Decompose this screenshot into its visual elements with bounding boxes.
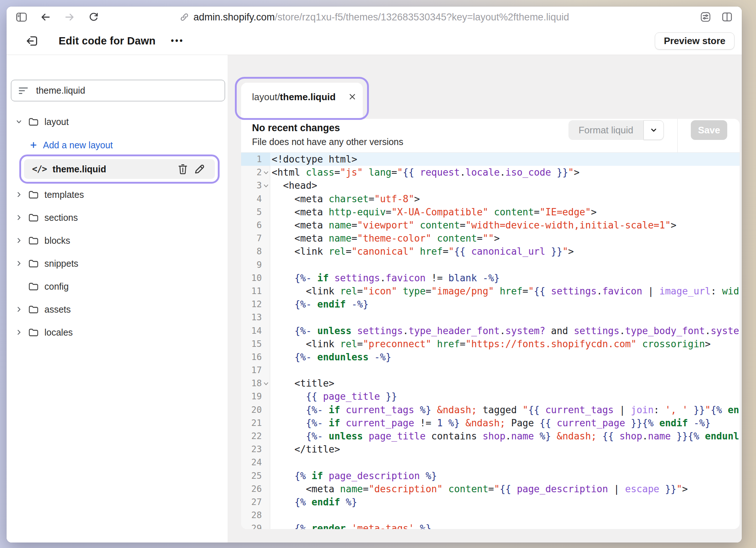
exit-editor-icon[interactable] — [25, 35, 39, 47]
chevron-right-icon[interactable] — [15, 214, 23, 221]
add-new-layout-button[interactable]: Add a new layout — [7, 139, 228, 151]
code-line[interactable]: 5 <meta http-equiv="X-UA-Compatible" con… — [241, 206, 740, 219]
sidebar-item-theme-liquid[interactable]: </>theme.liquid — [24, 159, 215, 179]
filter-icon — [18, 86, 29, 95]
editor-card: No recent changes File does not have any… — [241, 119, 740, 529]
page-title: Edit code for Dawn — [59, 35, 155, 47]
code-line[interactable]: 11 <link rel="icon" type="image/png" hre… — [241, 285, 740, 298]
fold-chevron-icon[interactable] — [263, 184, 269, 188]
fold-chevron-icon[interactable] — [263, 382, 269, 385]
editor-main: layout/theme.liquid No recent changes Fi… — [228, 55, 742, 543]
code-line[interactable]: 22 {%- unless page_title contains shop.n… — [241, 430, 740, 443]
sidebar-item-locales[interactable]: locales — [7, 326, 228, 338]
reload-icon[interactable] — [88, 12, 99, 23]
rename-file-icon[interactable] — [194, 164, 205, 175]
app-header: Edit code for Dawn ••• Preview store — [7, 27, 742, 55]
code-line[interactable]: 1<!doctype html> — [241, 153, 740, 166]
code-line[interactable]: 24 — [241, 456, 740, 469]
code-line[interactable]: 15 <link rel="preconnect" href="https://… — [241, 337, 740, 351]
code-editor[interactable]: 1<!doctype html>2<html class="js" lang="… — [241, 153, 740, 529]
browser-settings-icon[interactable] — [700, 12, 711, 22]
sidebar-item-label: assets — [44, 304, 71, 315]
header-divider — [677, 119, 678, 152]
chevron-right-icon[interactable] — [15, 329, 23, 336]
gutter-line-number: 3 — [241, 179, 270, 192]
folder-icon — [28, 190, 39, 199]
save-button[interactable]: Save — [691, 120, 727, 140]
sidebar-item-snippets[interactable]: snippets — [7, 258, 228, 269]
chevron-right-icon[interactable] — [15, 191, 23, 198]
code-line[interactable]: 20 {%- if current_tags %} &ndash; tagged… — [241, 403, 740, 416]
delete-file-icon[interactable] — [178, 164, 188, 175]
code-line[interactable]: 8 <link rel="canonical" href="{{ canonic… — [241, 245, 740, 258]
folder-icon — [28, 305, 39, 314]
code-line[interactable]: 4 <meta charset="utf-8"> — [241, 192, 740, 206]
plus-icon — [30, 141, 37, 149]
tab-highlight-outline — [235, 77, 369, 120]
code-line[interactable]: 3 <head> — [241, 179, 740, 192]
gutter-line-number: 26 — [241, 482, 270, 496]
gutter-line-number: 16 — [241, 351, 270, 364]
code-line[interactable]: 18 <title> — [241, 377, 740, 390]
sidebar-item-config[interactable]: config — [7, 281, 228, 292]
changes-status-title: No recent changes — [252, 122, 340, 134]
format-liquid-button[interactable]: Format liquid — [568, 120, 664, 140]
code-line[interactable]: 2<html class="js" lang="{{ request.local… — [241, 166, 740, 179]
file-sidebar: layoutAdd a new layout</>theme.liquidtem… — [7, 55, 228, 543]
chevron-right-icon[interactable] — [15, 306, 23, 313]
code-line[interactable]: 6 <meta name="viewport" content="width=d… — [241, 219, 740, 232]
file-tree: layoutAdd a new layout</>theme.liquidtem… — [7, 101, 228, 338]
overflow-menu-icon[interactable]: ••• — [171, 36, 184, 46]
gutter-line-number: 17 — [241, 364, 270, 377]
gutter-line-number: 2 — [241, 166, 270, 179]
code-line[interactable]: 26 <meta name="description" content="{{ … — [241, 482, 740, 496]
folder-icon — [28, 236, 39, 245]
gutter-line-number: 22 — [241, 430, 270, 443]
file-search-box[interactable] — [11, 80, 225, 101]
code-file-icon: </> — [32, 164, 47, 174]
code-line[interactable]: 19 {{ page_title }} — [241, 390, 740, 403]
sidebar-item-label: config — [44, 281, 69, 292]
chevron-down-icon[interactable] — [15, 118, 23, 125]
sidebar-item-assets[interactable]: assets — [7, 304, 228, 315]
code-line[interactable]: 13 — [241, 311, 740, 324]
back-arrow-icon[interactable] — [40, 12, 51, 22]
format-options-chevron-icon[interactable] — [643, 120, 664, 140]
gutter-line-number: 14 — [241, 324, 270, 337]
url-bar[interactable]: admin.shopify.com/store/rzq1xu-f5/themes… — [179, 11, 569, 23]
sidebar-item-templates[interactable]: templates — [7, 189, 228, 200]
code-line[interactable]: 27 {% endif %} — [241, 496, 740, 509]
browser-window: admin.shopify.com/store/rzq1xu-f5/themes… — [7, 7, 742, 543]
gutter-line-number: 4 — [241, 192, 270, 206]
code-line[interactable]: 25 {% if page_description %} — [241, 469, 740, 482]
chevron-right-icon[interactable] — [15, 260, 23, 267]
code-line[interactable]: 29 {% render 'meta-tags' %} — [241, 522, 740, 529]
editor-card-header: No recent changes File does not have any… — [241, 119, 740, 153]
preview-store-button[interactable]: Preview store — [655, 32, 735, 50]
sidebar-item-layout[interactable]: layout — [7, 116, 228, 128]
gutter-line-number: 1 — [241, 153, 270, 166]
gutter-line-number: 12 — [241, 298, 270, 311]
code-line[interactable]: 12 {%- endif -%} — [241, 298, 740, 311]
fold-chevron-icon[interactable] — [263, 171, 269, 175]
split-view-icon[interactable] — [722, 12, 732, 22]
sidebar-item-label: locales — [44, 327, 73, 338]
sidebar-item-sections[interactable]: sections — [7, 212, 228, 223]
code-line[interactable]: 7 <meta name="theme-color" content=""> — [241, 232, 740, 245]
code-line[interactable]: 23 </title> — [241, 443, 740, 456]
gutter-line-number: 20 — [241, 403, 270, 416]
sidebar-toggle-icon[interactable] — [16, 12, 27, 22]
code-line[interactable]: 17 — [241, 364, 740, 377]
code-line[interactable]: 21 {%- if current_page != 1 %} &ndash; P… — [241, 416, 740, 430]
chevron-right-icon[interactable] — [15, 237, 23, 244]
gutter-line-number: 25 — [241, 469, 270, 482]
code-line[interactable]: 28 — [241, 509, 740, 522]
code-line[interactable]: 10 {%- if settings.favicon != blank -%} — [241, 271, 740, 285]
folder-icon — [28, 328, 39, 337]
search-input[interactable] — [35, 85, 219, 96]
code-line[interactable]: 16 {%- endunless -%} — [241, 351, 740, 364]
code-line[interactable]: 9 — [241, 258, 740, 271]
code-line[interactable]: 14 {%- unless settings.type_header_font.… — [241, 324, 740, 337]
forward-arrow-icon[interactable] — [64, 12, 75, 22]
sidebar-item-blocks[interactable]: blocks — [7, 235, 228, 246]
